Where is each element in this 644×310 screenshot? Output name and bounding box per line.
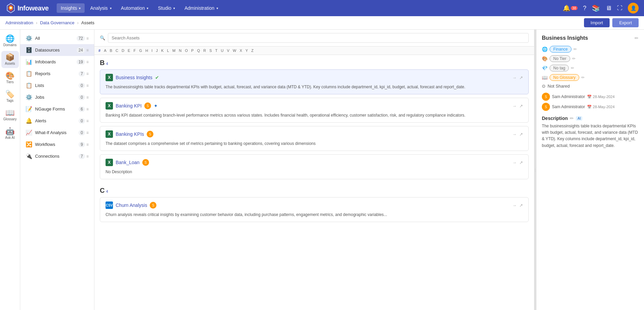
sidebar-item-workflows[interactable]: 🔀 Workflows 9 ≡ xyxy=(20,138,94,150)
external-link-icon[interactable]: ↗ xyxy=(519,75,523,80)
icon-nav-tags[interactable]: 🏷️ Tags xyxy=(1,88,19,105)
icon-nav-glossary[interactable]: 📖 Glossary xyxy=(1,106,19,124)
alpha-a[interactable]: A xyxy=(103,48,108,53)
navigate-icon[interactable]: → xyxy=(512,103,517,108)
reports-icon: 📋 xyxy=(26,70,32,77)
alpha-m[interactable]: M xyxy=(171,48,177,53)
no-tag-tag[interactable]: No tag xyxy=(550,65,569,71)
navigate-icon[interactable]: → xyxy=(512,132,517,137)
tag-edit-icon[interactable]: ✏ xyxy=(581,75,585,80)
panel-edit-button[interactable]: ✏ xyxy=(635,35,639,41)
asset-card-banking-kpis[interactable]: X Banking KPIs S → ↗ The dataset compris… xyxy=(100,126,529,151)
domains-icon: 🌐 xyxy=(5,35,14,42)
alpha-s[interactable]: S xyxy=(208,48,213,53)
sidebar-item-lists[interactable]: 📋 Lists 0 ≡ xyxy=(20,80,94,91)
alpha-w[interactable]: W xyxy=(231,48,237,53)
asset-card-banking-kpi[interactable]: X Banking KPI S ✦ → ↗ Banking KPI datase… xyxy=(100,98,529,123)
alpha-g[interactable]: G xyxy=(138,48,144,53)
books-icon[interactable]: 📚 xyxy=(592,4,600,12)
nav-analysis[interactable]: Analysis ▾ xyxy=(86,3,115,13)
alpha-t[interactable]: T xyxy=(214,48,219,53)
chevron-down-icon: ▾ xyxy=(79,6,81,10)
alpha-r[interactable]: R xyxy=(202,48,207,53)
user-row-0: S Sam Administrator 📅 28-May-2024 xyxy=(542,93,639,101)
icon-nav-domains[interactable]: 🌐 Domains xyxy=(1,32,19,50)
user-row-1: S Sam Administrator 📅 28-May-2024 xyxy=(542,103,639,111)
alpha-v[interactable]: V xyxy=(226,48,231,53)
alpha-b[interactable]: B xyxy=(108,48,113,53)
alpha-k[interactable]: K xyxy=(160,48,165,53)
user-avatar-0: S xyxy=(542,93,550,101)
nav-studio[interactable]: Studio ▾ xyxy=(154,3,179,13)
tag-edit-icon[interactable]: ✏ xyxy=(571,66,574,70)
alpha-z[interactable]: Z xyxy=(250,48,255,53)
alpha-h[interactable]: H xyxy=(144,48,149,53)
excel-icon: X xyxy=(106,130,113,138)
alpha-x[interactable]: X xyxy=(238,48,243,53)
alpha-u[interactable]: U xyxy=(219,48,225,53)
finance-tag[interactable]: Finance xyxy=(550,46,572,53)
ask-ai-icon: 🤖 xyxy=(5,128,14,135)
sidebar-item-connections[interactable]: 🔌 Connections 7 ≡ xyxy=(20,150,94,162)
help-icon[interactable]: ? xyxy=(583,5,586,12)
asset-card-churn-analysis[interactable]: CSV Churn Analysis S → ↗ Churn analysis … xyxy=(100,197,529,222)
icon-nav-tiers[interactable]: 🎨 Tiers xyxy=(1,69,19,87)
alpha-e[interactable]: E xyxy=(126,48,131,53)
breadcrumb-administration[interactable]: Administration xyxy=(5,20,33,25)
alpha-c[interactable]: C xyxy=(114,48,120,53)
external-link-icon[interactable]: ↗ xyxy=(519,132,523,137)
sidebar-item-what-if[interactable]: 📈 What-If Analysis 0 ≡ xyxy=(20,127,94,138)
tag-edit-icon[interactable]: ✏ xyxy=(572,56,576,61)
sidebar-item-reports[interactable]: 📋 Reports 7 ≡ xyxy=(20,68,94,80)
import-button[interactable]: Import xyxy=(584,18,610,27)
asset-card-business-insights[interactable]: X Business Insights ✔ → ↗ The businessin… xyxy=(100,69,529,94)
navigate-icon[interactable]: → xyxy=(512,160,517,165)
icon-nav-assets[interactable]: 📦 Assets xyxy=(1,51,19,68)
breadcrumb-data-governance[interactable]: Data Governance xyxy=(40,20,75,25)
alpha-f[interactable]: F xyxy=(132,48,137,53)
alpha-l[interactable]: L xyxy=(166,48,170,53)
navigate-icon[interactable]: → xyxy=(512,203,517,208)
description-edit-button[interactable]: ✏ xyxy=(570,116,574,121)
alpha-d[interactable]: D xyxy=(120,48,126,53)
no-tier-tag[interactable]: No Tier xyxy=(550,55,570,62)
tier-tag-row: 🎨 No Tier ✏ xyxy=(542,55,639,62)
external-link-icon[interactable]: ↗ xyxy=(519,160,523,165)
breadcrumb-bar: Administration › Data Governance › Asset… xyxy=(0,16,644,30)
glossary-tag-row: 📖 No Glossary ✏ xyxy=(542,74,639,81)
no-glossary-tag[interactable]: No Glossary xyxy=(550,74,579,81)
section-c-header: C 4 xyxy=(100,183,529,197)
external-link-icon[interactable]: ↗ xyxy=(519,103,523,108)
nav-automation[interactable]: Automation ▾ xyxy=(117,3,153,13)
app-logo[interactable]: Infoweave xyxy=(5,3,49,13)
monitor-icon[interactable]: 🖥 xyxy=(606,5,612,12)
alpha-n[interactable]: N xyxy=(178,48,183,53)
sidebar-item-datasources[interactable]: 🗄️ Datasources 24 ≡ xyxy=(20,44,94,56)
sidebar-item-ngauge-forms[interactable]: 📝 NGauge Forms 6 ≡ xyxy=(20,103,94,115)
export-button[interactable]: Export xyxy=(612,18,639,27)
panel-title: Business Insights xyxy=(542,35,588,41)
tag-edit-icon[interactable]: ✏ xyxy=(574,47,577,52)
icon-nav-ask-ai[interactable]: 🤖 Ask AI xyxy=(1,125,19,142)
alpha-o[interactable]: O xyxy=(183,48,189,53)
alpha-hash[interactable]: # xyxy=(97,48,102,53)
asset-card-bank-loan[interactable]: X Bank_Loan S → ↗ No Description xyxy=(100,154,529,179)
user-avatar[interactable]: 👤 xyxy=(628,3,639,13)
external-link-icon[interactable]: ↗ xyxy=(519,203,523,208)
more-icon: ≡ xyxy=(86,119,89,123)
sidebar-item-all[interactable]: ⚙️ All 72 ≡ xyxy=(20,32,94,44)
alpha-y[interactable]: Y xyxy=(244,48,249,53)
alpha-j[interactable]: J xyxy=(154,48,159,53)
notifications-button[interactable]: 🔔 38 xyxy=(563,4,578,12)
sidebar-item-alerts[interactable]: 🔔 Alerts 0 ≡ xyxy=(20,115,94,127)
search-input[interactable] xyxy=(108,33,529,43)
alpha-i[interactable]: I xyxy=(150,48,154,53)
expand-icon[interactable]: ⛶ xyxy=(617,5,622,11)
alpha-q[interactable]: Q xyxy=(196,48,201,53)
sidebar-item-jobs[interactable]: ⚙️ Jobs 0 ≡ xyxy=(20,91,94,103)
navigate-icon[interactable]: → xyxy=(512,75,517,80)
alpha-p[interactable]: P xyxy=(190,48,195,53)
nav-administration[interactable]: Administration ▾ xyxy=(180,3,222,13)
nav-insights[interactable]: Insights ▾ xyxy=(57,3,85,13)
sidebar-item-infoboards[interactable]: 📊 Infoboards 19 ≡ xyxy=(20,56,94,68)
